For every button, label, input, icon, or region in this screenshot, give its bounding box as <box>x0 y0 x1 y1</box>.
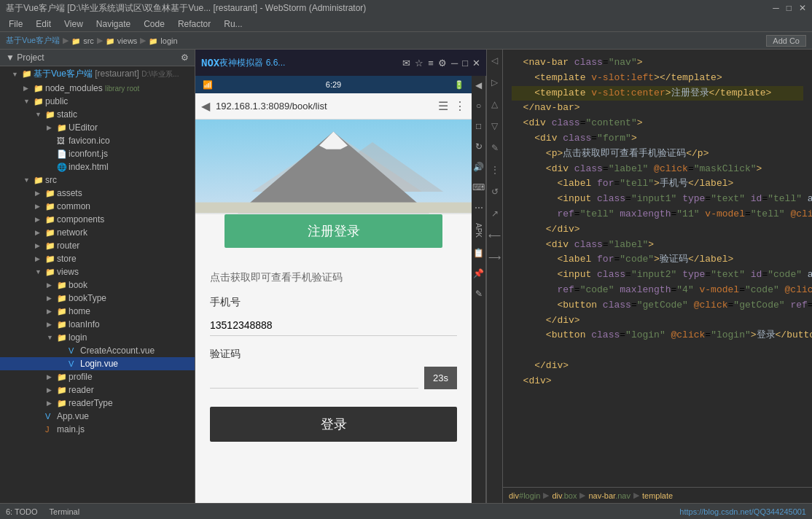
code-editor[interactable]: <nav-bar class="nav"> <template v-slot:l… <box>503 50 812 487</box>
breadcrumb-root[interactable]: 基于Vue客户端 <box>6 35 60 46</box>
tree-readertype[interactable]: ▶ 📁 readerType <box>0 397 195 410</box>
tree-book[interactable]: ▶ 📁 book <box>0 278 195 292</box>
close-icon-nox[interactable]: ✕ <box>472 58 480 69</box>
tree-store[interactable]: ▶ 📁 store <box>0 252 195 265</box>
menu-run[interactable]: Ru... <box>218 17 248 31</box>
right-arrow-icon[interactable]: ▷ <box>491 77 498 87</box>
forward-arrow-icon[interactable]: ⟶ <box>488 252 501 262</box>
strip-keyboard-icon[interactable]: ⌨ <box>472 182 485 192</box>
add-co-button[interactable]: Add Co <box>766 35 806 47</box>
login-button[interactable]: 登录 <box>210 407 457 442</box>
tree-createaccount[interactable]: ▶ V CreateAccount.vue <box>0 344 195 357</box>
folder-icon-src <box>71 36 80 45</box>
maximize-btn[interactable]: □ <box>786 3 792 13</box>
tree-favicon[interactable]: ▶ 🖼 favicon.ico <box>0 134 195 147</box>
status-url[interactable]: https://blog.csdn.net/QQ344245001 <box>679 507 806 516</box>
minimize-btn[interactable]: ─ <box>773 3 779 13</box>
file-tree: ▼ Project ⚙ ▼ 📁 基于Vue客户端 [restaurant] D:… <box>0 50 195 503</box>
terminal-tab[interactable]: Terminal <box>50 507 80 516</box>
strip-copy-icon[interactable]: 📋 <box>473 248 484 258</box>
tree-node-modules[interactable]: ▶ 📁 node_modules library root <box>0 82 195 95</box>
tree-profile[interactable]: ▶ 📁 profile <box>0 370 195 383</box>
tree-common[interactable]: ▶ 📁 common <box>0 200 195 213</box>
restore-icon-nox[interactable]: □ <box>462 58 468 69</box>
tree-booktype[interactable]: ▶ 📁 bookType <box>0 292 195 305</box>
code-line-16: ref="code" maxlength="4" v-model="code" … <box>512 283 803 298</box>
strip-back-icon[interactable]: ◀ <box>475 80 482 90</box>
email-icon[interactable]: ✉ <box>402 58 410 69</box>
code-line-10: <input class="input1" type="text" id="te… <box>512 192 803 207</box>
menu-navigate[interactable]: Navigate <box>90 17 136 31</box>
register-login-button[interactable]: 注册登录 <box>225 214 442 248</box>
tree-src[interactable]: ▼ 📁 src <box>0 173 195 187</box>
code-line-19: <button class="login" @click="login">登录<… <box>512 328 803 343</box>
dots-vertical[interactable]: ⋮ <box>491 165 499 175</box>
strip-volume-icon[interactable]: 🔊 <box>473 162 484 172</box>
hamburger-icon[interactable]: ☰ <box>438 99 448 113</box>
tree-home[interactable]: ▶ 📁 home <box>0 305 195 318</box>
strip-edit-icon[interactable]: ✎ <box>475 289 483 299</box>
strip-apk-icon[interactable]: APK <box>475 223 483 238</box>
phone-status-bar: 📶 6:29 🔋 <box>195 76 472 93</box>
code-line-9: <label for="tell">手机号</label> <box>512 176 803 192</box>
up-icon[interactable]: △ <box>491 99 498 109</box>
tree-loginvue[interactable]: ▶ V Login.vue <box>0 357 195 370</box>
tree-router[interactable]: ▶ 📁 router <box>0 239 195 252</box>
bc-div-login: div#login <box>509 491 540 500</box>
share-icon[interactable]: ↗ <box>491 208 499 219</box>
tree-ueditor[interactable]: ▶ 📁 UEditor <box>0 121 195 134</box>
strip-pin-icon[interactable]: 📌 <box>473 268 484 278</box>
get-code-button[interactable]: 23s <box>424 367 457 389</box>
tree-network[interactable]: ▶ 📁 network <box>0 226 195 239</box>
bc-navbar: nav-bar.nav <box>588 491 631 500</box>
down-icon[interactable]: ▽ <box>491 121 498 131</box>
gear-icon-nox[interactable]: ⚙ <box>438 58 447 69</box>
strip-apps-icon[interactable]: □ <box>476 121 481 131</box>
nox-top-bar: NOX 夜神模拟器 6.6... ✉ ☆ ≡ ⚙ ─ □ ✕ <box>195 50 486 76</box>
todo-tab[interactable]: 6: TODO <box>6 507 38 516</box>
tree-options-icon[interactable]: ⚙ <box>181 52 189 63</box>
strip-home-icon[interactable]: ○ <box>476 101 481 111</box>
menu-edit[interactable]: Edit <box>30 17 57 31</box>
strip-rotate-icon[interactable]: ↻ <box>475 141 483 152</box>
tree-public[interactable]: ▼ 📁 public <box>0 95 195 108</box>
breadcrumb-views[interactable]: views <box>117 36 138 45</box>
minimize-icon-nox[interactable]: ─ <box>451 58 458 69</box>
menu-file[interactable]: File <box>3 17 28 31</box>
tree-loaninfo[interactable]: ▶ 📁 loanInfo <box>0 318 195 331</box>
title-bar: 基于Vue客户端 [D:\毕业系统调试区\双鱼林基于Vue... [restau… <box>0 0 812 16</box>
tree-static[interactable]: ▼ 📁 static <box>0 108 195 121</box>
back-arrow-icon[interactable]: ⟵ <box>488 230 501 241</box>
edit-icon2[interactable]: ✎ <box>491 143 499 153</box>
dots-icon[interactable]: ⋮ <box>454 99 466 113</box>
folder-icon-login <box>149 36 157 45</box>
tree-views[interactable]: ▼ 📁 views <box>0 265 195 278</box>
phone-mountain-image <box>195 120 472 214</box>
tree-root[interactable]: ▼ 📁 基于Vue客户端 [restaurant] D:\毕业系... <box>0 66 195 82</box>
left-arrow-icon[interactable]: ◁ <box>491 55 498 66</box>
code-line-17: <button class="getCode" @click="getCode"… <box>512 298 803 313</box>
breadcrumb-src[interactable]: src <box>83 36 94 45</box>
strip-more-icon[interactable]: ⋯ <box>475 203 483 213</box>
phone-url[interactable]: 192.168.1.3:8089/book/list <box>216 101 432 112</box>
menu-code[interactable]: Code <box>138 17 171 31</box>
tree-assets[interactable]: ▶ 📁 assets <box>0 187 195 200</box>
tree-iconfont[interactable]: ▶ 📄 iconfont.js <box>0 147 195 160</box>
tree-appvue[interactable]: ▶ V App.vue <box>0 410 195 423</box>
battery-icon: 🔋 <box>454 80 464 90</box>
menu-refactor[interactable]: Refactor <box>172 17 216 31</box>
breadcrumb-login[interactable]: login <box>160 36 177 45</box>
tree-indexhtml[interactable]: ▶ 🌐 index.html <box>0 160 195 173</box>
refresh-icon[interactable]: ↺ <box>491 187 499 197</box>
tree-components[interactable]: ▶ 📁 components <box>0 213 195 226</box>
phone-input[interactable] <box>210 315 457 336</box>
code-input[interactable] <box>210 367 418 389</box>
close-btn[interactable]: ✕ <box>799 3 806 13</box>
back-icon[interactable]: ◀ <box>201 99 210 113</box>
tree-reader[interactable]: ▶ 📁 reader <box>0 383 195 397</box>
menu-view[interactable]: View <box>58 17 89 31</box>
star-icon[interactable]: ☆ <box>415 58 423 69</box>
tree-login-folder[interactable]: ▼ 📁 login <box>0 331 195 344</box>
menu-icon-nox[interactable]: ≡ <box>428 58 434 69</box>
tree-mainjs[interactable]: ▶ J main.js <box>0 423 195 436</box>
